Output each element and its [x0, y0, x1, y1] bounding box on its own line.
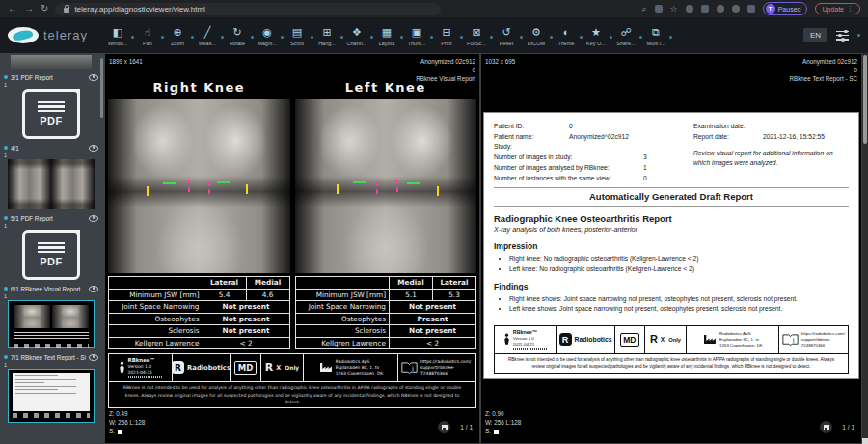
- support-url-1: https://radiobotics.com/: [420, 359, 473, 365]
- tool-magnify[interactable]: ◉Magni...: [254, 23, 281, 48]
- sidebar-item-pdf-report-5[interactable]: 5/1 PDF Report 1 PDF: [4, 213, 98, 280]
- sidebar-item-xray-4[interactable]: 4/1 1: [4, 143, 98, 209]
- scrollbar-thumb[interactable]: [863, 55, 867, 144]
- extension-icon-1[interactable]: [686, 5, 693, 13]
- manufacturer-icon: [318, 362, 333, 373]
- radiobotics-logo: R: [172, 361, 184, 374]
- visibility-icon[interactable]: [89, 74, 98, 81]
- report-section-subtitle: X-ray analysis of both knees, posterior-…: [494, 225, 849, 234]
- forward-icon[interactable]: →: [24, 4, 34, 14]
- pdf-label: PDF: [40, 256, 63, 267]
- tool-hanging[interactable]: ⊞Hang...: [313, 23, 340, 48]
- save-button[interactable]: [820, 421, 832, 433]
- visibility-icon[interactable]: [89, 354, 98, 361]
- viewport-status: Z: 0.49 W: 256 L:128 S:: [109, 409, 145, 435]
- impression-left-knee: Left knee: No radiographic osteoarthriti…: [509, 264, 849, 274]
- text-report-page[interactable]: Patient ID:0 Patient name:Anonymized^02c…: [483, 112, 859, 379]
- dicom-settings-icon: ⚙: [531, 26, 541, 39]
- mini-table: [14, 332, 89, 341]
- save-button[interactable]: [438, 421, 450, 433]
- udi-microtext: [128, 376, 163, 378]
- tool-pan[interactable]: ☝Pan: [134, 23, 161, 48]
- channel-icon: ❖: [352, 26, 362, 39]
- visibility-icon[interactable]: [89, 145, 98, 152]
- chrome-menu-icon[interactable]: ⋮: [847, 5, 854, 13]
- settings-sliders-icon[interactable]: [836, 31, 849, 41]
- right-knee-image[interactable]: [108, 99, 290, 273]
- tool-channel[interactable]: ❖Chann...: [343, 23, 370, 48]
- xray-thumbnail[interactable]: [8, 159, 95, 209]
- md-mark: MD: [620, 333, 639, 347]
- profile-paused-pill[interactable]: T Paused: [763, 2, 808, 15]
- tool-window[interactable]: ◧Windo...: [104, 23, 131, 48]
- draft-report-title: Automatically Generated Draft Report: [494, 191, 849, 202]
- visual-report-thumbnail[interactable]: [8, 300, 95, 348]
- impression-list: Right knee: No radiographic osteoarthrit…: [509, 254, 849, 274]
- partial-thumbnail[interactable]: [11, 55, 92, 69]
- sidebar-item-visual-report-6[interactable]: 6/1 RBknee Visual Report 1: [4, 284, 98, 348]
- tool-share[interactable]: ☍Share...: [612, 23, 639, 48]
- tool-keyobject[interactable]: ★Key O...: [583, 23, 610, 48]
- update-button[interactable]: Update ⋮: [815, 3, 860, 14]
- tool-print[interactable]: ⊟Print: [433, 23, 460, 48]
- mfr-city: 1263 Copenhagen, DK: [336, 371, 383, 376]
- udi-microtext: [513, 348, 548, 350]
- tool-reset[interactable]: ↺Reset: [493, 23, 520, 48]
- logo-text: teleray: [43, 28, 88, 42]
- radiobotics-logo: R: [559, 333, 572, 346]
- instructions-book-icon: i: [782, 334, 799, 346]
- visibility-icon[interactable]: [89, 286, 98, 292]
- browser-chrome: ← → ↻ teleray.app/diagnosticviewer/view.…: [0, 0, 868, 17]
- frame-count: 1: [4, 153, 98, 159]
- address-bar[interactable]: teleray.app/diagnosticviewer/view.html: [55, 3, 441, 15]
- window-scrollbar[interactable]: [862, 53, 868, 444]
- tool-rotate[interactable]: ↻Rotate: [224, 23, 251, 48]
- pdf-thumbnail[interactable]: PDF: [22, 89, 80, 139]
- rx-symbol: R: [650, 334, 658, 345]
- tool-thumbnails[interactable]: ▣Thum...: [403, 23, 430, 48]
- annotation-jsw-marker: [188, 180, 190, 192]
- support-url-2: support/rbknee-7248870366: [420, 365, 473, 376]
- print-icon: ⊟: [442, 26, 450, 39]
- extension-icon-4[interactable]: [732, 5, 740, 13]
- puzzle-icon[interactable]: [747, 5, 755, 13]
- sidebar-item-pdf-report-3[interactable]: 3/1 PDF Report 1 PDF: [4, 72, 98, 139]
- pdf-thumbnail[interactable]: PDF: [22, 230, 80, 280]
- left-knee-image[interactable]: [295, 99, 477, 273]
- patient-name-overlay: Anonymized 02c912: [416, 57, 475, 66]
- window-level-icon: ◧: [113, 26, 122, 39]
- sidebar-item-text-report-7[interactable]: 7/1 RBknee Text Report - SC 1: [4, 352, 98, 423]
- right-knee-findings-table: LateralMedial Minimum JSW [mm]5.44.6 Joi…: [108, 276, 290, 349]
- bookmark-star-icon[interactable]: ☆: [670, 5, 678, 14]
- tool-dicom[interactable]: ⚙DICOM: [523, 23, 550, 48]
- reload-icon[interactable]: ↻: [41, 4, 48, 14]
- annotation-green-line: [407, 182, 420, 184]
- extension-icon-3[interactable]: [717, 5, 724, 13]
- svg-text:i: i: [412, 365, 414, 373]
- tool-layout[interactable]: ▦Layout: [373, 23, 400, 48]
- tool-multilink[interactable]: ⧉Multi l...: [642, 23, 669, 48]
- search-icon[interactable]: ⌕: [642, 5, 647, 14]
- visual-report-body: Right Knee LateralMedial Minimum JSW [mm…: [108, 80, 476, 408]
- viewport-visual-report[interactable]: 1899 x 1641 Anonymized 02c912 0 RBknee V…: [104, 53, 480, 444]
- tool-theme[interactable]: ◐Theme: [553, 23, 580, 48]
- mini-page: [13, 373, 90, 411]
- frame-count: 1: [4, 82, 98, 89]
- tool-fullscreen[interactable]: ⊠FullSc...: [463, 23, 490, 48]
- tool-scroll[interactable]: ▤Scroll: [284, 23, 311, 48]
- series-sidebar: 3/1 PDF Report 1 PDF 4/1 1 5/1 PDF Repor…: [0, 53, 104, 444]
- text-report-thumbnail[interactable]: [8, 369, 95, 423]
- tool-zoom[interactable]: ⊕Zoom: [164, 23, 191, 48]
- annotation-jsw-marker: [376, 181, 378, 194]
- sidebar-scrollbar[interactable]: [100, 58, 103, 118]
- url-text[interactable]: teleray.app/diagnosticviewer/view.html: [74, 5, 204, 14]
- share-tab-icon[interactable]: [655, 5, 663, 13]
- language-button[interactable]: EN: [803, 28, 827, 42]
- tool-measure[interactable]: ╱Meas...: [194, 23, 221, 48]
- extension-icon-2[interactable]: [701, 5, 709, 13]
- visibility-icon[interactable]: [89, 215, 98, 222]
- back-icon[interactable]: ←: [8, 4, 17, 14]
- viewport-text-report[interactable]: 1032 x 695 Anonymized 02c912 0 RBknee Te…: [480, 53, 862, 444]
- slice-label: S:: [109, 428, 115, 434]
- frame-count: 1: [4, 223, 98, 230]
